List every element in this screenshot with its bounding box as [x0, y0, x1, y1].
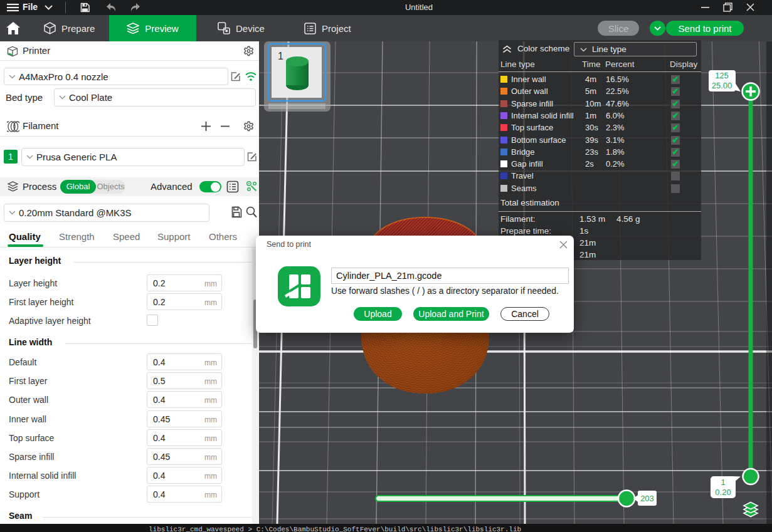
svg-text:203: 203 [640, 494, 654, 503]
svg-text:25.00: 25.00 [712, 81, 732, 90]
svg-text:125: 125 [715, 71, 729, 80]
svg-text:1: 1 [278, 51, 283, 61]
svg-text:1: 1 [721, 477, 725, 487]
svg-text:0.20: 0.20 [715, 488, 731, 497]
